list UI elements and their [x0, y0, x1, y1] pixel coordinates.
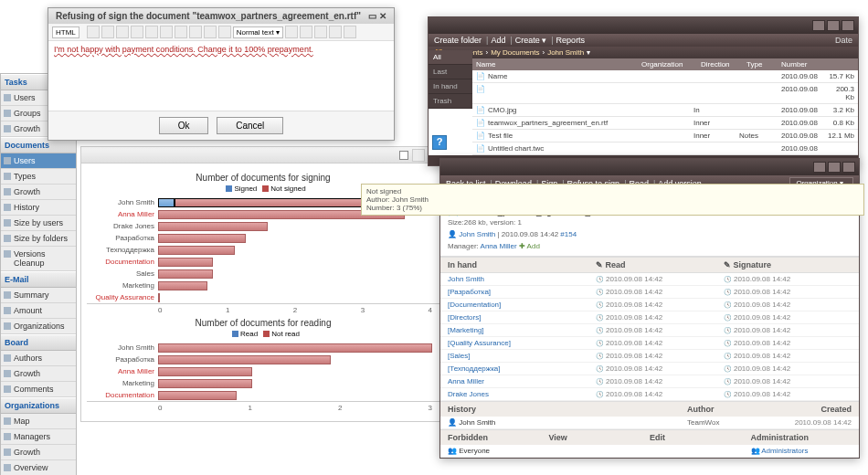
window-minimize-icon[interactable]	[812, 20, 825, 31]
sidebar-item-types[interactable]: Types	[1, 169, 76, 185]
reports-link[interactable]: Reports	[556, 36, 586, 45]
table-row[interactable]: teamwox_partners_agreement_en.rtfInner 2…	[472, 117, 858, 130]
breadcrumb: 📁 Documents › My Documents › John Smith …	[429, 47, 858, 58]
table-row[interactable]: Test fileInner Notes2010.09.0812.1 Mb	[472, 130, 858, 142]
window-maximize-icon[interactable]	[827, 20, 840, 31]
manager-link[interactable]: Anna Miller	[481, 242, 517, 250]
undo-icon[interactable]	[87, 26, 100, 38]
nav-all[interactable]: All	[429, 50, 472, 65]
bold-icon[interactable]	[116, 26, 129, 38]
col-org[interactable]: Organization	[638, 58, 697, 70]
col-type[interactable]: Type	[743, 58, 778, 70]
sidebar-item-versions-cleanup[interactable]: Versions Cleanup	[1, 247, 76, 271]
user-link[interactable]: [Разработка]	[448, 288, 596, 296]
table-row[interactable]: Untitled chart.twc 2010.09.08	[472, 142, 858, 155]
inhand-row: [Разработка] 2010.09.08 14:42 2010.09.08…	[440, 286, 859, 299]
user-link[interactable]: John Smith	[448, 275, 596, 283]
create-dropdown[interactable]: Create ▾	[515, 36, 547, 45]
user-link[interactable]: [Documentation]	[448, 301, 596, 309]
sidebar-item-map[interactable]: Map	[1, 414, 76, 429]
table-row[interactable]: 2010.09.08200.3 Kb	[472, 83, 858, 104]
emoji-icon[interactable]	[344, 26, 356, 38]
list-icon[interactable]	[175, 26, 187, 38]
sidebar-item-size-folders[interactable]: Size by folders	[1, 231, 76, 247]
author-link[interactable]: John Smith	[459, 230, 495, 238]
link-icon[interactable]	[300, 26, 312, 38]
sidebar-item-size-users[interactable]: Size by users	[1, 216, 76, 231]
sidebar-item-history[interactable]: History	[1, 200, 76, 216]
html-tab[interactable]: HTML	[52, 26, 79, 38]
table-icon[interactable]	[329, 26, 342, 38]
detail-titlebar	[440, 159, 859, 175]
italic-icon[interactable]	[131, 26, 143, 38]
inhand-row: [Quality Assurance] 2010.09.08 14:42 201…	[440, 337, 859, 350]
col-name[interactable]: Name	[472, 58, 638, 70]
user-link[interactable]: [Directors]	[448, 313, 596, 322]
window-close-icon[interactable]	[842, 162, 855, 173]
strike-icon[interactable]	[160, 26, 173, 38]
checkbox-icon[interactable]	[399, 151, 408, 160]
redo-icon[interactable]	[101, 26, 114, 38]
add-link[interactable]: Add	[491, 36, 505, 45]
sidebar-item-doc-users[interactable]: Users	[1, 153, 76, 169]
chart-bar-row: Разработка	[158, 232, 432, 244]
permission-row: 👥 Everyone 👥 Administrators	[440, 445, 859, 458]
crumb-mydocs[interactable]: My Documents	[491, 48, 539, 57]
history-user[interactable]: 👤 John Smith	[448, 418, 687, 427]
numlist-icon[interactable]	[189, 26, 202, 38]
user-link[interactable]: [Quality Assurance]	[448, 339, 596, 347]
format-select[interactable]: Normal text ▾	[233, 26, 283, 38]
crumb-user[interactable]: John Smith	[547, 48, 584, 57]
image-icon[interactable]	[314, 26, 327, 38]
nav-last[interactable]: Last	[429, 65, 472, 79]
sidebar-item-managers[interactable]: Managers	[1, 429, 76, 445]
user-link[interactable]: Anna Miller	[448, 377, 596, 385]
user-link[interactable]: [Marketing]	[448, 326, 596, 334]
sidebar-item-summary[interactable]: Summary	[1, 288, 76, 303]
table-row[interactable]: CMO.jpgIn 2010.09.083.2 Kb	[472, 104, 858, 117]
window-maximize-icon[interactable]	[828, 162, 841, 173]
sidebar-item-org-growth[interactable]: Growth	[1, 445, 76, 460]
minimize-icon[interactable]	[412, 149, 425, 162]
col-num[interactable]: Number	[778, 58, 821, 70]
indent-icon[interactable]	[204, 26, 217, 38]
sidebar-item-doc-growth[interactable]: Growth	[1, 185, 76, 200]
table-row[interactable]: Name 2010.09.0815.7 Kb	[472, 70, 858, 83]
sidebar-section-email[interactable]: E-Mail	[1, 271, 76, 288]
sidebar-item-amount[interactable]: Amount	[1, 303, 76, 319]
col-dir[interactable]: Direction	[697, 58, 743, 70]
user-link[interactable]: [Sales]	[448, 352, 596, 360]
sidebar-item-board-growth[interactable]: Growth	[1, 366, 76, 382]
file-rows: Name Organization Direction Type Number …	[472, 58, 858, 155]
user-link[interactable]: Drake Jones	[448, 390, 596, 398]
permissions-header: Forbidden View Edit Administration	[440, 429, 859, 445]
outdent-icon[interactable]	[218, 26, 231, 38]
inhand-row: [Documentation] 2010.09.08 14:42 2010.09…	[440, 299, 859, 311]
nav-trash[interactable]: Trash	[429, 94, 472, 109]
sidebar-section-board[interactable]: Board	[1, 334, 76, 351]
ok-button[interactable]: Ok	[159, 117, 209, 134]
documents-window: Create folder| Add| Create ▾| Reports Da…	[428, 16, 859, 166]
sidebar-item-comments[interactable]: Comments	[1, 382, 76, 397]
window-close-icon[interactable]	[842, 20, 854, 31]
sidebar-item-orgs[interactable]: Organizations	[1, 319, 76, 334]
sidebar-section-organizations[interactable]: Organizations	[1, 397, 76, 414]
create-folder-link[interactable]: Create folder	[434, 36, 482, 45]
table-header: Name Organization Direction Type Number	[472, 58, 858, 70]
nav-inhand[interactable]: In hand	[429, 79, 472, 94]
dialog-controls[interactable]: ▭ ✕	[368, 11, 386, 21]
cancel-button[interactable]: Cancel	[217, 117, 283, 134]
doc-number[interactable]: #154	[560, 230, 577, 238]
help-icon[interactable]: ?	[432, 135, 447, 150]
date-column-label: Date	[835, 36, 852, 45]
sidebar-item-overview[interactable]: Overview	[1, 460, 76, 475]
add-manager-link[interactable]: ✚ Add	[519, 242, 540, 250]
chart-bar-row: Anna Miller	[158, 365, 432, 377]
editor-body[interactable]: I'm not happy with payment conditions. C…	[48, 41, 394, 111]
window-minimize-icon[interactable]	[813, 162, 826, 173]
color-icon[interactable]	[285, 26, 298, 38]
sidebar-item-authors[interactable]: Authors	[1, 351, 76, 366]
user-link[interactable]: [Техподдержка]	[448, 364, 596, 373]
doc-meta-size: Size:268 kb, version: 1	[448, 216, 852, 228]
underline-icon[interactable]	[145, 26, 158, 38]
